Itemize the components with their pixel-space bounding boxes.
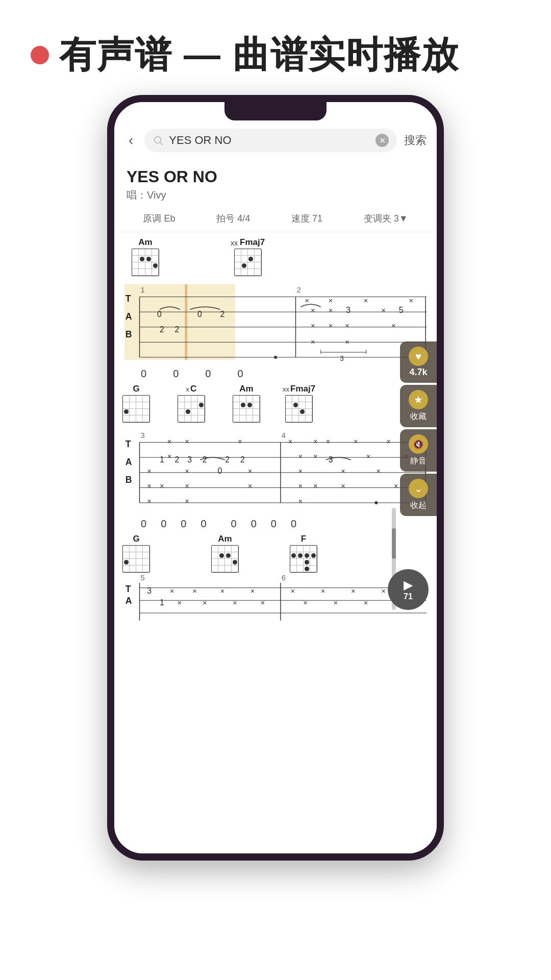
search-confirm-button[interactable]: 搜索 <box>404 133 427 148</box>
chord-cell <box>253 396 260 402</box>
svg-text:×: × <box>341 467 345 475</box>
svg-point-41 <box>274 356 277 359</box>
svg-text:2: 2 <box>175 325 180 334</box>
chord-cell <box>290 559 297 566</box>
svg-text:0: 0 <box>217 467 222 475</box>
capo[interactable]: 变调夹 3▼ <box>364 212 408 225</box>
chord-f-name: F <box>301 534 306 544</box>
chord-cell <box>290 566 297 572</box>
tab-section-2: T A B <box>114 423 437 531</box>
tab-section-1: Am <box>114 232 437 381</box>
chord-cell <box>299 396 306 402</box>
svg-text:×: × <box>298 452 303 460</box>
chord-cell <box>304 566 310 572</box>
chord-cell <box>235 256 241 262</box>
chord-cell <box>178 415 185 422</box>
chord-cell <box>136 566 143 572</box>
collect-icon: ★ <box>409 390 428 409</box>
chord-cell <box>136 402 143 409</box>
string-num: 0 <box>181 518 186 530</box>
svg-text:2: 2 <box>220 310 224 318</box>
chord-g3-name: G <box>133 534 139 544</box>
svg-text:6: 6 <box>282 574 286 582</box>
chord-cell <box>310 559 317 566</box>
svg-text:×: × <box>345 338 349 346</box>
chord-cell <box>132 269 139 276</box>
chord-cell <box>212 546 218 552</box>
chord-cell <box>123 409 130 415</box>
svg-text:×: × <box>303 599 308 607</box>
svg-text:×: × <box>354 437 358 445</box>
chord-cell <box>241 249 248 256</box>
chord-am-name: Am <box>138 237 152 248</box>
svg-text:×: × <box>291 587 295 596</box>
chord-cell <box>143 409 149 415</box>
chord-cell <box>286 396 292 402</box>
search-box[interactable]: YES OR NO ✕ <box>144 129 397 152</box>
collect-button[interactable]: ★ 收藏 <box>400 385 437 427</box>
chord-cell <box>132 249 139 256</box>
string-numbers-row2: 0 0 0 0 0 0 0 0 <box>119 517 432 531</box>
svg-point-94 <box>374 501 378 504</box>
chord-cell <box>310 566 317 572</box>
float-controls: ♥ 4.7k ★ 收藏 🔇 静音 ⌄ 收起 <box>400 341 437 516</box>
string-num: 0 <box>231 518 237 530</box>
svg-text:T: T <box>126 293 131 304</box>
chord-cell <box>248 269 255 276</box>
chord-cell <box>306 402 312 409</box>
chord-cell <box>232 559 238 566</box>
svg-text:×: × <box>409 297 414 305</box>
chord-fmaj7-board <box>234 249 262 276</box>
chord-cell <box>191 409 198 415</box>
svg-text:T: T <box>126 439 131 449</box>
chord-cell <box>225 559 232 566</box>
chord-cell <box>246 409 253 415</box>
chord-am-2: Am <box>233 384 260 423</box>
mute-label: 静音 <box>410 456 427 467</box>
svg-text:×: × <box>167 437 172 445</box>
svg-text:0: 0 <box>157 310 162 318</box>
chord-cell <box>136 546 143 552</box>
collapse-button[interactable]: ⌄ 收起 <box>400 474 437 516</box>
svg-text:2: 2 <box>203 455 207 464</box>
mute-button[interactable]: 🔇 静音 <box>400 429 437 472</box>
chord-g3-board <box>122 545 150 573</box>
play-button[interactable]: ▶ 71 <box>388 569 429 610</box>
chord-cell <box>136 415 143 422</box>
svg-text:×: × <box>364 297 368 305</box>
string-num: 0 <box>141 368 146 380</box>
chord-cell <box>212 552 218 559</box>
svg-text:3: 3 <box>147 587 152 596</box>
svg-text:×: × <box>178 599 182 607</box>
svg-text:×: × <box>311 338 315 346</box>
svg-text:×: × <box>329 306 333 314</box>
svg-text:×: × <box>366 452 371 460</box>
chord-cell <box>246 402 253 409</box>
string-num: 0 <box>161 518 166 530</box>
song-info: YES OR NO 唱：Vivy <box>114 160 437 205</box>
string-num: 0 <box>201 518 206 530</box>
svg-text:3: 3 <box>340 354 344 362</box>
chord-cell <box>232 552 238 559</box>
svg-text:×: × <box>185 437 189 445</box>
chord-cell <box>248 262 255 269</box>
mute-icon: 🔇 <box>409 434 428 454</box>
back-button[interactable]: ‹ <box>124 130 137 151</box>
chord-cell <box>178 402 185 409</box>
string-num: 0 <box>173 368 179 380</box>
svg-text:×: × <box>376 467 381 475</box>
chord-cell <box>143 415 149 422</box>
clear-search-button[interactable]: ✕ <box>375 134 389 147</box>
svg-text:×: × <box>345 322 349 330</box>
scroll-thumb[interactable] <box>392 528 396 559</box>
chord-cell <box>139 249 145 256</box>
svg-text:A: A <box>126 311 132 322</box>
chord-cell <box>297 559 304 566</box>
chord-cell <box>304 546 310 552</box>
chord-cell <box>191 396 198 402</box>
svg-text:×: × <box>351 587 356 596</box>
chord-cell <box>218 559 225 566</box>
chord-cell <box>143 552 149 559</box>
like-button[interactable]: ♥ 4.7k <box>400 341 437 383</box>
chord-cell <box>306 415 312 422</box>
